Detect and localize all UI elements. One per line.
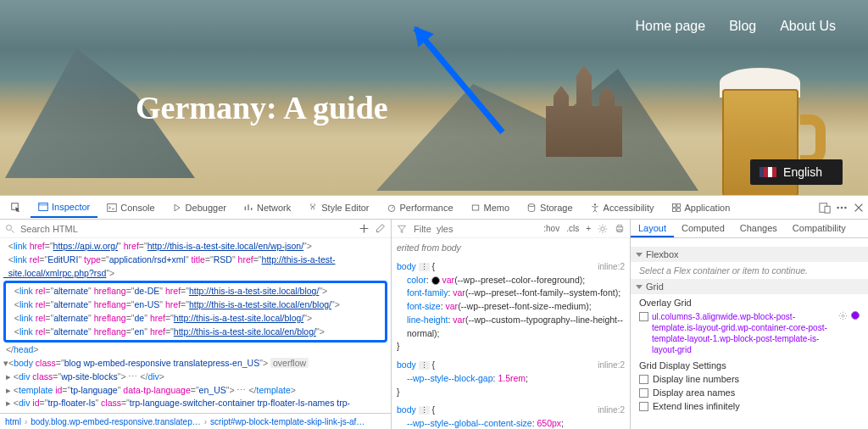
devtools-body: <link href="https://api.w.org/" href="ht… — [0, 220, 868, 429]
tab-changes[interactable]: Changes — [732, 220, 785, 237]
page-title: Germany: A guide — [136, 89, 388, 126]
grid-settings-label: Grid Display Settings — [639, 360, 860, 370]
html-tree[interactable]: <link href="https://api.w.org/" href="ht… — [0, 238, 391, 413]
close-icon[interactable] — [853, 202, 865, 214]
language-label: English — [783, 165, 822, 179]
cls-toggle[interactable]: .cls — [566, 224, 579, 233]
svg-rect-10 — [672, 208, 676, 211]
language-switcher[interactable]: English — [750, 159, 843, 185]
svg-point-18 — [601, 226, 605, 231]
responsive-icon[interactable] — [819, 202, 831, 214]
overlay-grid-label: Overlay Grid — [639, 298, 860, 308]
grid-overlay-item[interactable]: ul.columns-3.alignwide.wp-block-post-tem… — [639, 311, 860, 355]
tab-console[interactable]: Console — [99, 198, 162, 217]
opt-line-numbers[interactable]: Display line numbers — [639, 374, 860, 384]
highlighted-hreflang-block: <link rel="alternate" hreflang="de-DE" h… — [3, 281, 387, 343]
svg-point-15 — [841, 206, 843, 209]
nav-home[interactable]: Home page — [635, 19, 705, 34]
svg-rect-9 — [676, 203, 680, 207]
grid-section[interactable]: Grid — [631, 279, 868, 294]
tab-compatibility[interactable]: Compatibility — [785, 220, 854, 237]
svg-point-6 — [528, 203, 535, 206]
svg-rect-5 — [472, 205, 479, 210]
add-node-icon[interactable] — [359, 223, 370, 234]
tab-application[interactable]: Application — [664, 198, 738, 217]
tab-performance[interactable]: Performance — [379, 198, 461, 217]
devtools-tabs: Inspector Console Debugger Network Style… — [0, 196, 868, 220]
us-flag-icon — [760, 167, 776, 177]
opt-area-names[interactable]: Display area names — [639, 387, 860, 398]
svg-point-17 — [7, 225, 12, 230]
color-swatch[interactable] — [851, 311, 860, 320]
print-icon[interactable] — [615, 224, 625, 234]
tab-computed[interactable]: Computed — [674, 220, 732, 237]
devtools: Inspector Console Debugger Network Style… — [0, 195, 868, 429]
breadcrumb[interactable]: html› body.blog.wp-embed-responsive.tran… — [0, 413, 391, 429]
more-icon[interactable] — [836, 202, 848, 214]
tab-debugger[interactable]: Debugger — [164, 198, 234, 217]
svg-rect-13 — [825, 206, 830, 213]
main-nav: Home page Blog About Us — [635, 19, 836, 34]
filter-styles-input[interactable] — [414, 224, 537, 234]
add-rule-icon[interactable]: + — [586, 224, 591, 233]
castle-decoration — [546, 55, 622, 157]
eyedropper-icon[interactable] — [375, 223, 386, 234]
layout-panel: Layout Computed Changes Compatibility Fl… — [631, 220, 868, 429]
light-icon[interactable] — [598, 224, 608, 234]
tab-style-editor[interactable]: Style Editor — [300, 198, 376, 217]
svg-point-14 — [837, 206, 839, 209]
filter-icon — [397, 224, 407, 234]
tab-storage[interactable]: Storage — [519, 198, 581, 217]
html-panel: <link href="https://api.w.org/" href="ht… — [0, 220, 392, 429]
svg-rect-1 — [39, 203, 48, 210]
styles-panel: :hov .cls + erited from body body ⋮ {inl… — [392, 220, 631, 429]
svg-rect-3 — [108, 203, 117, 211]
tab-network[interactable]: Network — [236, 198, 298, 217]
nav-blog[interactable]: Blog — [729, 19, 756, 34]
tab-inspector[interactable]: Inspector — [31, 198, 97, 218]
styles-rules[interactable]: erited from body body ⋮ {inline:2 color:… — [392, 238, 630, 429]
hov-toggle[interactable]: :hov — [543, 224, 559, 233]
tab-accessibility[interactable]: Accessibility — [582, 198, 662, 217]
svg-rect-11 — [676, 208, 680, 211]
gear-icon[interactable] — [838, 311, 848, 320]
tab-memory[interactable]: Memo — [463, 198, 518, 217]
nav-about[interactable]: About Us — [780, 19, 836, 34]
flexbox-hint: Select a Flex container or item to conti… — [639, 265, 860, 276]
svg-rect-20 — [618, 225, 622, 226]
tab-layout[interactable]: Layout — [631, 220, 674, 237]
mountain-decoration — [376, 38, 698, 191]
svg-rect-8 — [672, 203, 676, 207]
hero-section: Home page Blog About Us Germany: A guide… — [0, 0, 868, 195]
opt-extend-lines[interactable]: Extend lines infinitely — [639, 401, 860, 411]
svg-point-22 — [842, 315, 844, 317]
flexbox-section[interactable]: Flexbox — [631, 247, 868, 262]
svg-point-16 — [844, 206, 847, 209]
search-html-input[interactable] — [20, 224, 353, 234]
inspector-picker-icon[interactable] — [3, 198, 29, 217]
svg-point-7 — [593, 203, 595, 205]
search-icon — [5, 224, 15, 234]
